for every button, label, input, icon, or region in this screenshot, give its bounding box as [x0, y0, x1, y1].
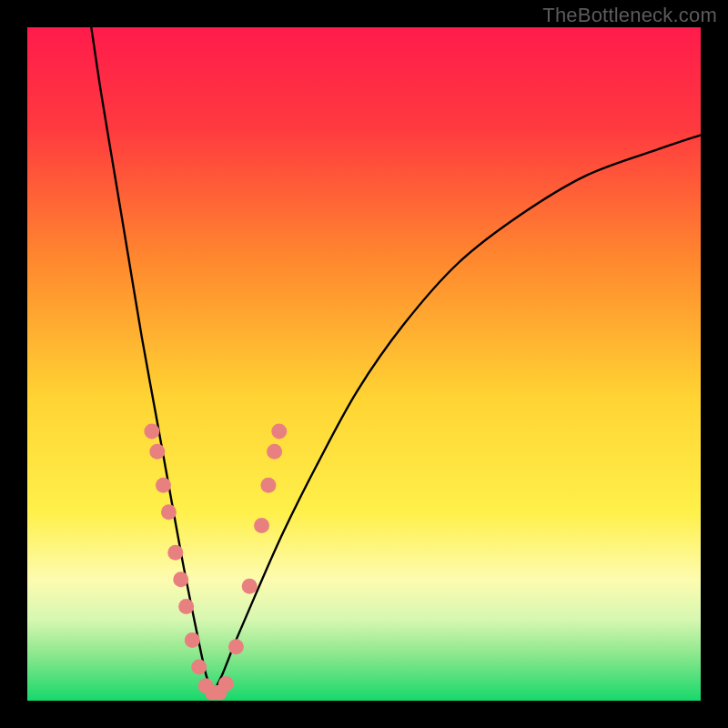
- watermark-text: TheBottleneck.com: [542, 4, 717, 27]
- highlight-dot: [260, 478, 276, 493]
- highlight-dot: [144, 424, 159, 440]
- highlight-dot: [185, 632, 200, 648]
- highlight-dot: [271, 424, 287, 440]
- highlight-dot: [218, 676, 234, 692]
- highlight-dot: [149, 444, 165, 460]
- chart-stage: TheBottleneck.com: [0, 0, 728, 728]
- highlight-dot: [173, 571, 188, 587]
- curve-left-arm: [91, 27, 212, 694]
- highlight-dot: [267, 444, 282, 460]
- highlight-dot: [228, 639, 244, 654]
- bottleneck-curve: [27, 27, 701, 701]
- highlight-dot: [254, 518, 269, 533]
- plot-area: [27, 27, 701, 701]
- highlight-dot: [242, 579, 258, 594]
- highlight-dot: [167, 545, 183, 561]
- highlight-dot: [178, 599, 194, 614]
- highlight-dot: [191, 660, 207, 675]
- curve-right-arm: [213, 135, 702, 693]
- highlight-dot: [161, 504, 177, 520]
- highlight-dot: [156, 478, 171, 493]
